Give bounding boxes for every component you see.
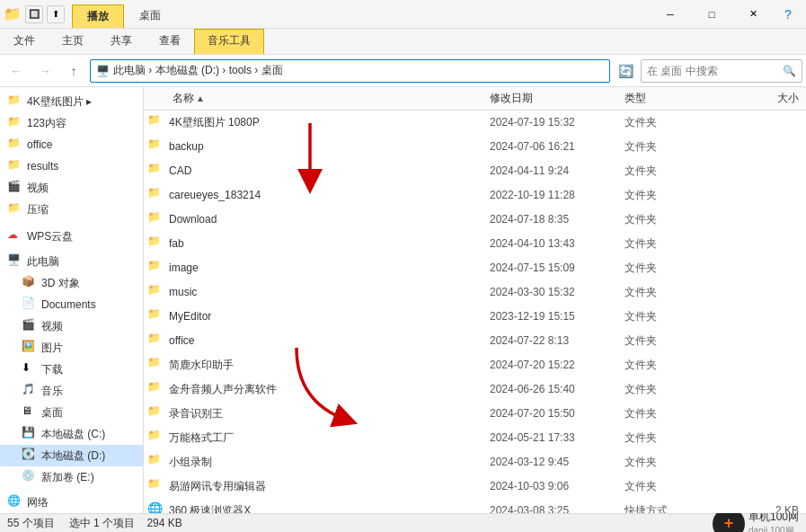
table-row[interactable]: 📁 music 2024-03-30 15:32 文件夹 [144,280,806,305]
sidebar-item-diskE[interactable]: 💿 新加卷 (E:) [0,466,143,488]
folder-icon: 📁 [147,113,165,131]
col-header-date[interactable]: 修改日期 [483,91,617,106]
file-type: 文件夹 [617,115,734,130]
back-button[interactable]: ← [4,58,29,84]
file-list-header: 名称 ▲ 修改日期 类型 大小 [144,87,806,111]
file-name: MyEditor [169,310,483,323]
video-folder-icon: 🎬 [7,180,23,196]
sidebar-item-wallpaper[interactable]: 📁 4K壁纸图片 ▸ [0,91,143,112]
file-type: 文件夹 [617,406,734,421]
search-icon[interactable]: 🔍 [783,65,796,77]
table-row[interactable]: 📁 简鹿水印助手 2024-07-20 15:22 文件夹 [144,353,806,377]
file-type: 文件夹 [617,188,734,203]
sidebar-item-downloads[interactable]: ⬇ 下载 [0,359,143,380]
sidebar-item-desktop[interactable]: 🖥 桌面 [0,402,143,423]
col-header-size[interactable]: 大小 [734,91,806,106]
title-icon-2[interactable]: ⬆ [47,5,65,23]
file-date: 2024-07-20 15:50 [483,407,617,420]
up-button[interactable]: ↑ [61,58,86,84]
selected-info: 选中 1 个项目 294 KB [69,516,182,531]
sidebar-label: 视频 [27,181,49,196]
forward-button[interactable]: → [32,58,58,84]
sidebar-item-zip[interactable]: 📁 压缩 [0,199,143,220]
file-name: 简鹿水印助手 [169,358,483,373]
sidebar-label: 音乐 [41,384,63,399]
tab-desktop[interactable]: 桌面 [124,4,176,28]
ribbon-tab-share[interactable]: 共享 [97,29,146,54]
col-header-type[interactable]: 类型 [617,91,734,106]
tab-play[interactable]: 播放 [72,4,124,28]
sidebar-item-music[interactable]: 🎵 音乐 [0,380,143,402]
ribbon-bar: 文件 主页 共享 查看 音乐工具 [0,29,806,54]
file-type: 文件夹 [617,212,734,227]
file-name: 360 极速浏览器X [169,503,483,514]
folder-icon: 📁 [147,453,165,471]
file-type: 文件夹 [617,333,734,349]
sidebar-item-video2[interactable]: 🎬 视频 [0,315,143,337]
sidebar-label: office [27,138,52,151]
file-date: 2024-07-20 15:22 [483,359,617,371]
table-row[interactable]: 🌐 360 极速浏览器X 2024-03-08 3:25 快捷方式 2 KB [144,499,806,513]
folder-icon: 📁 [147,186,165,204]
table-row[interactable]: 📁 office 2024-07-22 8:13 文件夹 [144,329,806,353]
address-path[interactable]: 🖥️ 此电脑 › 本地磁盘 (D:) › tools › 桌面 [90,59,610,83]
sidebar-item-network[interactable]: 🌐 网络 [0,492,143,513]
ribbon-tab-file[interactable]: 文件 [0,29,49,54]
sidebar-label: results [27,160,58,173]
search-input[interactable] [647,65,783,77]
col-header-name[interactable]: 名称 ▲ [165,91,483,106]
title-icon-1[interactable]: 🔲 [25,5,43,23]
file-type: 文件夹 [617,164,734,179]
close-button[interactable]: ✕ [732,0,774,29]
folder-icon: 📁 [147,210,165,228]
sidebar-item-diskC[interactable]: 💾 本地磁盘 (C:) [0,423,143,445]
table-row[interactable]: 📁 录音识别王 2024-07-20 15:50 文件夹 [144,402,806,426]
sidebar-item-wps[interactable]: ☁ WPS云盘 [0,226,143,247]
sidebar-item-documents[interactable]: 📄 Documents [0,294,143,315]
table-row[interactable]: 📁 image 2024-07-15 15:09 文件夹 [144,256,806,280]
table-row[interactable]: 📁 易游网讯专用编辑器 2024-10-03 9:06 文件夹 [144,474,806,499]
folder-icon: 📁 [147,307,165,325]
selected-count: 选中 1 个项目 [69,517,135,529]
ribbon-tab-home[interactable]: 主页 [49,29,97,54]
sidebar-item-results[interactable]: 📁 results [0,155,143,177]
file-type: 文件夹 [617,236,734,252]
file-name: 金舟音频人声分离软件 [169,382,483,397]
selected-size: 294 KB [146,517,182,529]
table-row[interactable]: 📁 小组录制 2024-03-12 9:45 文件夹 [144,450,806,474]
status-bar: 55 个项目 选中 1 个项目 294 KB + 单机100网 danji.10… [0,513,806,532]
table-row[interactable]: 📁 Download 2024-07-18 8:35 文件夹 [144,208,806,232]
table-row[interactable]: 📁 careueyes_183214 2022-10-19 11:28 文件夹 [144,183,806,208]
logo-text: 单机100网 danji.100网 [748,510,799,532]
minimize-button[interactable]: ─ [650,0,691,29]
help-button[interactable]: ? [774,0,802,29]
table-row[interactable]: 📁 金舟音频人声分离软件 2024-06-26 15:40 文件夹 [144,377,806,402]
maximize-button[interactable]: □ [691,0,732,29]
desktop-folder-icon: 🖥 [22,404,38,421]
table-row[interactable]: 📁 fab 2024-04-10 13:43 文件夹 [144,232,806,256]
table-row[interactable]: 📁 CAD 2024-04-11 9:24 文件夹 [144,159,806,183]
ribbon-tab-music[interactable]: 音乐工具 [194,29,264,54]
file-date: 2022-10-19 11:28 [483,189,617,201]
sidebar-item-diskD[interactable]: 💽 本地磁盘 (D:) [0,445,143,466]
sidebar-item-video[interactable]: 🎬 视频 [0,177,143,199]
table-row[interactable]: 📁 万能格式工厂 2024-05-21 17:33 文件夹 [144,426,806,450]
sidebar-item-3d[interactable]: 📦 3D 对象 [0,272,143,294]
sidebar-label: 压缩 [27,202,49,217]
table-row[interactable]: 📁 backup 2024-07-06 16:21 文件夹 [144,135,806,159]
file-area-wrapper: 名称 ▲ 修改日期 类型 大小 📁 4K壁纸图片 1080P 2024-07-1… [144,87,806,513]
table-row[interactable]: 📁 MyEditor 2023-12-19 15:15 文件夹 [144,305,806,329]
sidebar-label: 本地磁盘 (D:) [41,448,105,464]
sidebar-item-thispc[interactable]: 🖥️ 此电脑 [0,251,143,272]
sidebar-item-pics[interactable]: 🖼️ 图片 [0,337,143,359]
sidebar-label: WPS云盘 [27,229,73,244]
sidebar-item-123[interactable]: 📁 123内容 [0,112,143,134]
sidebar-item-office[interactable]: 📁 office [0,134,143,155]
folder-icon: 📁 [7,158,23,174]
refresh-button[interactable]: 🔄 [614,59,637,83]
file-date: 2024-06-26 15:40 [483,383,617,395]
search-box[interactable]: 🔍 [641,59,802,83]
file-type: 快捷方式 [617,503,734,514]
ribbon-tab-view[interactable]: 查看 [146,29,194,54]
table-row[interactable]: 📁 4K壁纸图片 1080P 2024-07-19 15:32 文件夹 [144,111,806,135]
